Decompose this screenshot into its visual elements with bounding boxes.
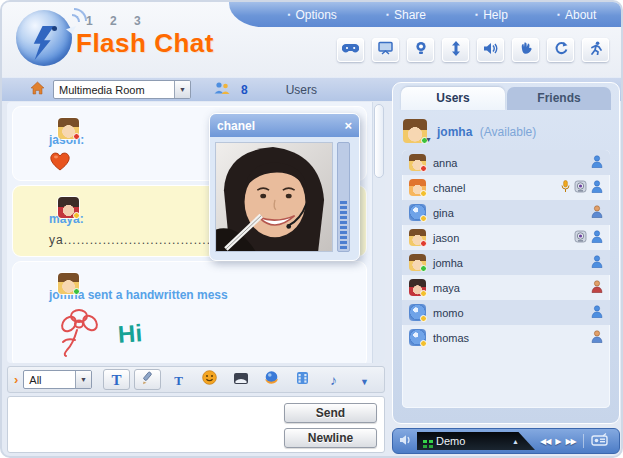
message-input[interactable]: Send Newline: [7, 396, 385, 453]
menu-bar: ▪Options▪Share▪Help▪About: [229, 2, 621, 27]
caret-button[interactable]: ▼: [351, 369, 378, 390]
panel-tabs: Users Friends: [393, 83, 619, 110]
user-row-anna[interactable]: anna: [402, 150, 610, 175]
equalizer-icon: [423, 440, 427, 443]
webcam-button[interactable]: [407, 38, 434, 62]
status-dot: [73, 288, 80, 295]
resize-button[interactable]: [442, 38, 469, 62]
person-blue-icon[interactable]: [591, 304, 603, 322]
note-button[interactable]: ♪: [320, 369, 347, 390]
close-icon[interactable]: ×: [344, 119, 352, 132]
video-popup-titlebar[interactable]: chanel ×: [210, 114, 359, 137]
previous-track-button[interactable]: ◀◀: [540, 437, 550, 446]
fontcolor-button[interactable]: T: [165, 369, 192, 390]
tab-friends[interactable]: Friends: [507, 87, 611, 110]
chevron-down-icon[interactable]: ▼: [174, 81, 190, 98]
app-logo: 1 2 3 Flash Chat: [14, 6, 224, 74]
menu-item-share[interactable]: ▪Share: [386, 8, 426, 22]
newline-button[interactable]: Newline: [284, 428, 377, 448]
user-row-icons: [591, 254, 603, 272]
user-name: gina: [433, 207, 584, 219]
heart-emote-icon: [49, 151, 71, 174]
user-row-maya[interactable]: maya: [402, 275, 610, 300]
gamepad-icon: [342, 41, 359, 59]
user-row-icons: [574, 229, 603, 247]
send-button[interactable]: Send: [284, 403, 377, 423]
menu-item-help[interactable]: ▪Help: [475, 8, 508, 22]
user-row-jomha[interactable]: jomha: [402, 250, 610, 275]
user-name: jomha: [433, 257, 584, 269]
font-icon: T: [111, 371, 121, 389]
recipient-select[interactable]: All Users ▼: [23, 370, 92, 389]
media-player-bar: Demo ▲ ◀◀ ▶ ▶▶: [392, 428, 620, 454]
chevron-down-icon: ▼: [425, 136, 432, 143]
refresh-button[interactable]: [547, 38, 574, 62]
chat-scrollbar-thumb[interactable]: [374, 104, 384, 178]
speaker-button[interactable]: [477, 38, 504, 62]
user-name: momo: [433, 307, 584, 319]
person-blue-icon[interactable]: [591, 254, 603, 272]
user-row-jason[interactable]: jason: [402, 225, 610, 250]
logo-title: Flash Chat: [76, 28, 214, 59]
user-row-momo[interactable]: momo: [402, 300, 610, 325]
logo-beak: [66, 26, 76, 34]
status-dot: [73, 212, 80, 219]
hand-button[interactable]: [512, 38, 539, 62]
next-track-button[interactable]: ▶▶: [565, 437, 575, 446]
exit-button[interactable]: [582, 38, 609, 62]
image-button[interactable]: [227, 369, 254, 390]
avatar: [409, 279, 426, 296]
room-select[interactable]: Multimedia Room ▼: [53, 80, 191, 99]
avatar: [409, 329, 426, 346]
person-blue-icon[interactable]: [591, 154, 603, 172]
message-author: jomha sent a handwritten mess: [49, 288, 358, 302]
globe-button[interactable]: [258, 369, 285, 390]
user-name: chanel: [433, 182, 554, 194]
avatar: [409, 254, 426, 271]
home-icon[interactable]: [30, 81, 45, 99]
resize-icon: [451, 41, 461, 60]
lightning-icon: [32, 26, 54, 60]
chat-scrollbar[interactable]: [372, 102, 385, 363]
menu-item-options[interactable]: ▪Options: [288, 8, 337, 22]
user-row-icons: [591, 204, 603, 222]
status-dot: [420, 265, 427, 272]
play-button[interactable]: ▶: [555, 437, 560, 446]
status-dot: [420, 190, 427, 197]
status-dot: [420, 290, 427, 297]
person-orange-icon[interactable]: [591, 204, 603, 222]
current-user-avatar[interactable]: ▼: [403, 119, 429, 143]
person-blue-icon[interactable]: [591, 229, 603, 247]
font-button[interactable]: T: [103, 369, 130, 390]
radio-icon[interactable]: [591, 432, 608, 450]
person-blue-icon[interactable]: [591, 179, 603, 197]
current-user-row: ▼ jomha (Available): [393, 110, 619, 150]
smiley-button[interactable]: [196, 369, 223, 390]
person-red-icon[interactable]: [591, 279, 603, 297]
menu-bullet-icon: ▪: [475, 10, 478, 19]
pencil-button[interactable]: [134, 369, 161, 390]
user-name: jason: [433, 232, 567, 244]
user-row-thomas[interactable]: thomas: [402, 325, 610, 350]
chevron-down-icon[interactable]: ▼: [75, 371, 91, 388]
speaker-small-icon[interactable]: [399, 432, 412, 450]
cam-icon[interactable]: [574, 179, 587, 197]
pencil-icon: [141, 371, 155, 389]
tab-users[interactable]: Users: [401, 87, 505, 110]
image-icon: [233, 371, 249, 389]
user-row-chanel[interactable]: chanel: [402, 175, 610, 200]
menu-item-about[interactable]: ▪About: [557, 8, 596, 22]
whiteboard-button[interactable]: [372, 38, 399, 62]
avatar: [58, 273, 79, 294]
media-button[interactable]: [289, 369, 316, 390]
fontcolor-icon: T: [174, 371, 183, 389]
mic-icon[interactable]: [561, 179, 570, 197]
user-row-gina[interactable]: gina: [402, 200, 610, 225]
person-orange-icon[interactable]: [591, 329, 603, 347]
gamepad-button[interactable]: [337, 38, 364, 62]
cam-icon[interactable]: [574, 229, 587, 247]
webcam-portrait: [216, 143, 332, 251]
audio-level-meter: [337, 142, 350, 252]
status-dot: [420, 315, 427, 322]
video-popup[interactable]: chanel ×: [209, 113, 360, 261]
